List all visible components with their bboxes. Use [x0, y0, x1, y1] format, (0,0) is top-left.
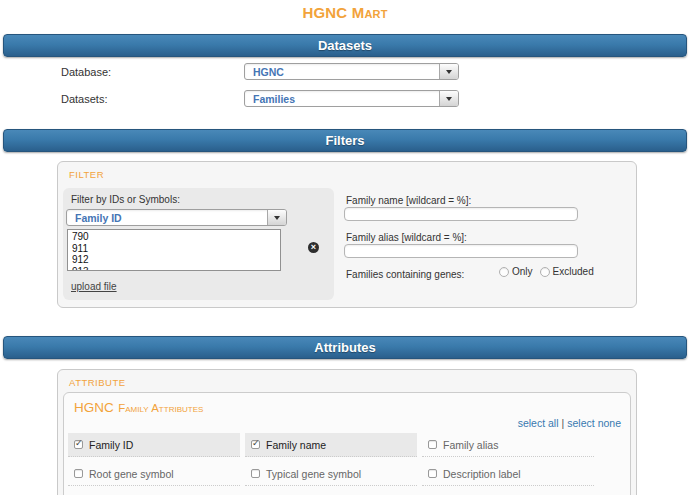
- chevron-down-icon[interactable]: [267, 210, 286, 225]
- filters-section-header: Filters: [3, 129, 687, 152]
- attribute-panel-label: ATTRIBUTE: [69, 377, 126, 388]
- attribute-option-label: Typical gene symbol: [266, 468, 361, 480]
- app-title-rest: Mart: [352, 4, 388, 21]
- attribute-grid: Family ID Family name Family alias Root …: [68, 433, 594, 495]
- containing-genes-radios: Only Excluded: [499, 266, 598, 277]
- app-title-main: HGNC: [302, 4, 347, 21]
- attribute-option[interactable]: Description label: [422, 462, 594, 486]
- family-alias-label: Family alias [wildcard = %]:: [346, 232, 467, 243]
- checkbox-icon[interactable]: [74, 469, 83, 478]
- chevron-down-icon[interactable]: [439, 91, 458, 106]
- database-label: Database:: [61, 66, 111, 78]
- excluded-radio-label: Excluded: [553, 266, 594, 277]
- datasets-section-header: Datasets: [3, 34, 687, 57]
- filter-panel-label: FILTER: [69, 169, 104, 180]
- select-links: select all|select none: [518, 417, 621, 429]
- id-filter-box: Filter by IDs or Symbols: Family ID 790 …: [63, 188, 334, 300]
- family-name-label: Family name [wildcard = %]:: [346, 195, 471, 206]
- attribute-option-label: Family ID: [89, 439, 133, 451]
- only-radio-label: Only: [512, 266, 533, 277]
- app-title: HGNC Mart: [0, 4, 690, 21]
- attribute-option[interactable]: Root gene symbol: [68, 462, 240, 486]
- containing-genes-label: Families containing genes:: [346, 269, 464, 280]
- clear-filter-button[interactable]: ×: [308, 242, 319, 253]
- upload-file-link[interactable]: upload file: [71, 281, 117, 292]
- attribute-option-label: Description label: [443, 468, 521, 480]
- page: HGNC Mart Datasets Database: HGNC Datase…: [0, 0, 690, 495]
- attribute-group-title-main: HGNC: [74, 400, 114, 415]
- attribute-group-title-rest: Family Attributes: [118, 402, 203, 414]
- attribute-panel: ATTRIBUTE HGNC Family Attributes select …: [57, 369, 637, 495]
- checkbox-icon[interactable]: [251, 469, 260, 478]
- database-select[interactable]: HGNC: [244, 63, 459, 80]
- id-type-select-value: Family ID: [67, 212, 267, 224]
- id-filter-label: Filter by IDs or Symbols:: [71, 194, 180, 205]
- only-radio[interactable]: [499, 267, 509, 277]
- attribute-group-panel: HGNC Family Attributes select all|select…: [63, 392, 631, 495]
- attribute-option[interactable]: Description source: [245, 491, 417, 495]
- attribute-option[interactable]: Typical gene symbol: [245, 462, 417, 486]
- select-links-separator: |: [562, 417, 565, 429]
- select-all-link[interactable]: select all: [518, 417, 559, 429]
- triangle-icon: [274, 216, 280, 220]
- datasets-label: Datasets:: [61, 93, 107, 105]
- attribute-option[interactable]: Family name: [245, 433, 417, 457]
- id-type-select[interactable]: Family ID: [66, 209, 287, 226]
- attribute-option-label: Root gene symbol: [89, 468, 174, 480]
- attribute-option[interactable]: GO URL in description: [422, 491, 594, 495]
- attribute-option-label: Family name: [266, 439, 326, 451]
- select-none-link[interactable]: select none: [567, 417, 621, 429]
- family-alias-input[interactable]: [344, 244, 578, 258]
- chevron-down-icon[interactable]: [439, 64, 458, 79]
- attribute-group-title: HGNC Family Attributes: [74, 398, 203, 416]
- family-name-input[interactable]: [344, 207, 578, 221]
- attributes-section-header: Attributes: [3, 336, 687, 359]
- database-select-value: HGNC: [245, 66, 439, 78]
- attribute-option[interactable]: Family ID: [68, 433, 240, 457]
- triangle-icon: [446, 70, 452, 74]
- checkbox-icon[interactable]: [428, 440, 437, 449]
- triangle-icon: [446, 97, 452, 101]
- id-values-textarea[interactable]: 790 911 912 913: [67, 229, 281, 271]
- attribute-option[interactable]: Description: [68, 491, 240, 495]
- attribute-option[interactable]: Family alias: [422, 433, 594, 457]
- checkbox-icon[interactable]: [251, 440, 260, 449]
- datasets-select-value: Families: [245, 93, 439, 105]
- checkbox-icon[interactable]: [74, 440, 83, 449]
- datasets-select[interactable]: Families: [244, 90, 459, 107]
- filter-panel: FILTER Filter by IDs or Symbols: Family …: [57, 161, 637, 308]
- checkbox-icon[interactable]: [428, 469, 437, 478]
- attribute-option-label: Family alias: [443, 439, 498, 451]
- excluded-radio[interactable]: [540, 267, 550, 277]
